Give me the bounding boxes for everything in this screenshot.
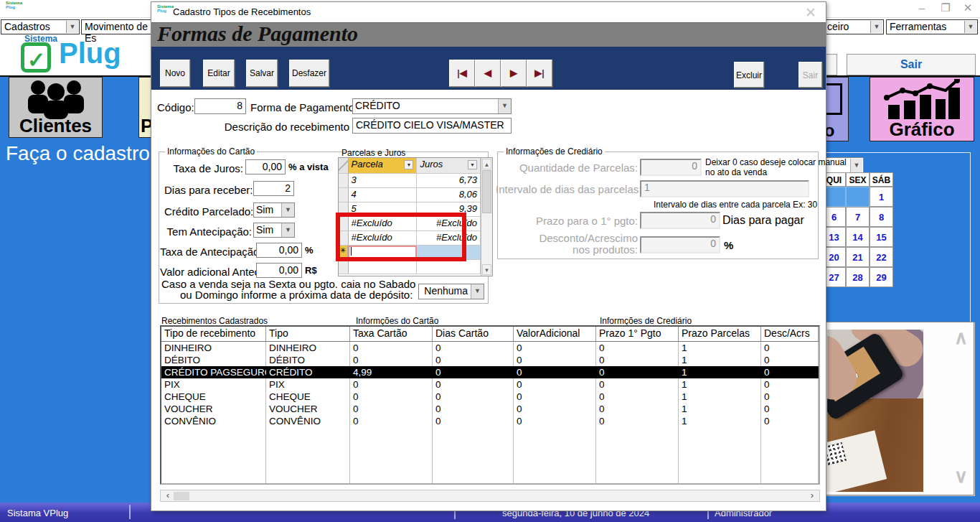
produtos-tile-partial[interactable]: P [138,77,151,138]
column-header[interactable]: Desc/Acrs [761,327,819,341]
calendar-day[interactable]: 28 [846,267,870,287]
scroll-down-icon[interactable]: ▼ [482,264,491,275]
table-cell: CRÉDITO PAGSEGURO [161,366,266,378]
table-row[interactable]: CHEQUECHEQUE000010 [161,391,819,403]
parcelas-scrollbar[interactable]: ▲ ▼ [481,158,492,276]
table-row[interactable]: CRÉDITO PAGSEGUROCRÉDITO4,9900010 [161,366,819,378]
grafico-tile[interactable]: Gráfico [870,77,974,141]
intervalo-note: Intervalo de dias entre cada parcela Ex:… [654,200,817,210]
forma-pagamento-select[interactable]: CRÉDITO ▼ [352,98,512,114]
table-cell: CONVÊNIO [161,415,266,427]
restore-button[interactable]: ❐ [936,1,955,16]
calendar-day[interactable]: 29 [870,267,893,287]
column-header[interactable]: Tipo [266,327,350,341]
grid-cell-parcela[interactable]: 4 [349,188,418,202]
calendar-day[interactable]: 8 [870,207,893,227]
scroll-right-icon[interactable]: › [806,491,818,500]
sair-button-dialog[interactable]: Sair [798,62,822,88]
sair-button-main[interactable]: Sair [847,54,976,75]
table-row[interactable]: DÉBITODÉBITO000010 [161,354,819,366]
menu-cadastros[interactable]: Cadastros ▼ [1,19,80,34]
close-button-app[interactable]: ✕ [958,1,977,16]
desfazer-button[interactable]: Desfazer [289,60,329,87]
descricao-field[interactable]: CRÉDITO CIELO VISA/MASTER [352,118,512,134]
calendar-day[interactable]: 7 [846,207,870,227]
row-selector[interactable] [339,174,349,188]
scrollbar-thumb[interactable] [174,492,189,500]
tem-antecipacao-select[interactable]: Sim▼ [253,223,295,238]
salvar-button[interactable]: Salvar [246,60,278,87]
minimize-button[interactable]: – [913,1,931,16]
clientes-tile[interactable]: Clientes [9,77,103,138]
grid-row[interactable]: 48,06 [339,188,481,202]
calendar-day[interactable]: 15 [870,227,893,247]
calendar-day[interactable] [846,187,870,207]
table-row[interactable]: VOUCHERVOUCHER000010 [161,403,819,415]
dias-receber-field[interactable]: 2 [253,181,294,196]
table-row[interactable]: PIXPIX000010 [161,378,819,391]
menu-movimento[interactable]: Movimento de Es [81,19,153,34]
nav-next-button[interactable]: ▶ [501,60,527,87]
intervalo-field[interactable]: 1 [640,180,809,197]
credito-parcelado-select[interactable]: Sim▼ [253,202,295,218]
nav-first-button[interactable]: |◀ [449,60,475,87]
codigo-field[interactable]: 8 [194,98,246,114]
taxa-antecipacao-field[interactable]: 0,00 [256,243,302,258]
qtd-parcelas-field[interactable]: 0 [640,159,702,176]
table-cell: 0 [596,415,679,427]
chevron-down-icon: ▼ [964,21,976,33]
grid-empty-row [339,260,481,274]
descricao-label: Descrição do recebimento [223,121,349,133]
table-cell: 0 [596,366,679,378]
taxa-juros-field[interactable]: 0,00 [245,159,286,174]
grid-row[interactable]: 36,73 [339,174,481,188]
filter-dropdown-icon[interactable]: ▼ [404,160,413,169]
table-row[interactable]: DINHEIRODINHEIRO000010 [161,342,819,354]
desconto-field[interactable]: 0 [640,236,720,253]
scroll-left-icon[interactable]: ‹ [162,491,174,500]
menu-label: Cadastros [4,21,50,32]
row-selector[interactable] [339,188,349,202]
nav-last-button[interactable]: ▶| [527,60,552,87]
menu-ferramentas[interactable]: Ferramentas ▼ [886,19,978,34]
nav-prev-button[interactable]: ◀ [475,60,501,87]
dialog-toolbar: Novo Editar Salvar Desfazer |◀ ◀ ▶ ▶| Ex… [151,47,826,90]
scroll-down-icon[interactable]: ∨ [954,465,968,488]
column-header[interactable]: Tipo de recebimento [161,327,266,341]
intervalo-label: Intervalo de dias das parcelas: [496,183,638,195]
scroll-up-icon[interactable]: ▲ [482,159,491,169]
table-cell: DINHEIRO [266,342,350,354]
column-header[interactable]: Taxa Cartão [350,327,433,341]
column-header[interactable]: ValorAdicional [514,327,596,341]
table-row[interactable]: CONVÊNIOCONVÊNIO000010 [161,415,819,427]
crediario-fieldset-title: Informações de Crediário [504,146,605,157]
filter-dropdown-icon[interactable]: ▼ [468,160,477,169]
calendar-day[interactable]: 21 [846,247,870,267]
column-header[interactable]: Prazo 1° Pgto [596,327,679,341]
calendar-day[interactable]: 1 [870,187,893,207]
deposito-select[interactable]: Nenhuma▼ [418,284,484,299]
grid-cell-juros[interactable]: 8,06 [417,188,481,202]
prazo-pgto-field[interactable]: 0 [640,212,720,229]
valor-adicional-field[interactable]: 0,00 [256,263,302,278]
editar-button[interactable]: Editar [203,60,235,87]
calendar-day[interactable]: 22 [870,247,893,267]
scroll-up-icon[interactable]: ∧ [954,327,968,349]
chevron-down-icon: ▼ [281,223,294,237]
calendar-day[interactable]: 14 [846,227,870,247]
grid-cell-juros[interactable]: 6,73 [417,174,481,188]
page-title: Formas de Pagamento [157,22,358,46]
table-hscrollbar[interactable]: ‹ › [160,490,820,502]
table-cell: 0 [350,403,433,415]
grid-cell-parcela[interactable]: 3 [349,174,418,188]
column-header[interactable]: Prazo Parcelas [679,327,761,341]
scrollbar-thumb[interactable] [482,170,491,213]
table-cell: 0 [433,403,514,415]
novo-button[interactable]: Novo [160,60,190,87]
logo-plug-text: Plug [59,37,121,70]
column-header-parcela[interactable]: Parcela▼ [349,158,418,174]
dialog-close-icon[interactable]: ✕ [803,4,819,21]
column-header-juros[interactable]: Juros▼ [417,158,481,174]
excluir-button[interactable]: Excluir [734,62,764,88]
column-header[interactable]: Dias Cartão [433,327,514,341]
